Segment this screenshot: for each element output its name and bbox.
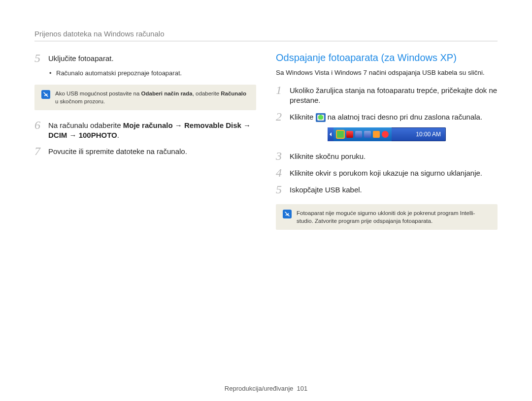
tray-volume-icon: [373, 131, 380, 138]
tray-safely-remove-icon: [336, 130, 344, 138]
step-text: Kliknite na alatnoj traci desno pri dnu …: [290, 111, 482, 122]
note-text: Ako USB mogućnost postavite na Odaberi n…: [55, 90, 249, 105]
step-number: 2: [276, 111, 285, 123]
tray-monitor-icon: [355, 131, 362, 138]
note-box-1: Ako USB mogućnost postavite na Odaberi n…: [34, 85, 256, 110]
step-7: 7 Povucite ili spremite datoteke na raču…: [34, 145, 256, 157]
note-icon: [283, 210, 292, 218]
step-1: 1 Ukoliko žaruljica stanja na fotoaparat…: [276, 84, 498, 106]
note-box-2: Fotoaparat nije moguće sigurno ukloniti …: [276, 204, 498, 230]
step-4: 4 Kliknite okvir s porukom koji ukazuje …: [276, 167, 498, 179]
section-intro: Sa Windows Vista i Windows 7 načini odsp…: [276, 68, 498, 77]
step-text: Uključite fotoaparat.: [48, 52, 114, 63]
content-columns: 5 Uključite fotoaparat. •Računalo automa…: [34, 52, 498, 239]
step-text: Kliknite okvir s porukom koji ukazuje na…: [290, 167, 482, 178]
tray-icons-group: [333, 127, 392, 141]
step-5-sub: •Računalo automatski prepoznaje fotoapar…: [49, 69, 256, 78]
footer-label: Reprodukcija/uređivanje: [225, 385, 293, 392]
safely-remove-icon: [316, 113, 326, 122]
step-5: 5 Uključite fotoaparat.: [34, 52, 256, 64]
step-number: 5: [276, 184, 285, 195]
step-number: 4: [276, 167, 285, 179]
step-3: 3 Kliknite skočnu poruku.: [276, 150, 498, 162]
tray-monitor-icon: [364, 131, 371, 138]
windows-system-tray: 10:00 AM: [328, 127, 446, 141]
step-text: Ukoliko žaruljica stanja na fotoaparatu …: [290, 84, 498, 106]
step-5b: 5 Iskopčajte USB kabel.: [276, 184, 498, 195]
right-column: Odspajanje fotoaparata (za Windows XP) S…: [276, 52, 498, 239]
page-header: Prijenos datoteka na Windows računalo: [34, 30, 498, 41]
step-text: Kliknite skočnu poruku.: [290, 150, 366, 161]
step-number: 6: [34, 119, 43, 131]
step-number: 7: [34, 145, 43, 157]
note-text: Fotoaparat nije moguće sigurno ukloniti …: [297, 209, 491, 225]
step-text: Iskopčajte USB kabel.: [290, 184, 362, 195]
step-text: Povucite ili spremite datoteke na računa…: [48, 145, 187, 156]
tray-clock: 10:00 AM: [411, 131, 446, 138]
note-icon: [41, 90, 50, 99]
section-title: Odspajanje fotoaparata (za Windows XP): [276, 52, 498, 63]
step-number: 3: [276, 150, 285, 162]
tray-shield-icon: [346, 131, 353, 138]
tray-expand-icon: [328, 127, 333, 141]
footer-page-number: 101: [297, 385, 308, 392]
manual-page: Prijenos datoteka na Windows računalo 5 …: [0, 0, 532, 401]
step-2: 2 Kliknite na alatnoj traci desno pri dn…: [276, 111, 498, 123]
step-number: 5: [34, 52, 43, 64]
tray-status-icon: [382, 131, 389, 138]
step-text: Na računalu odaberite Moje računalo → Re…: [48, 119, 256, 141]
step-number: 1: [276, 84, 285, 96]
page-footer: Reprodukcija/uređivanje 101: [0, 385, 532, 392]
step-6: 6 Na računalu odaberite Moje računalo → …: [34, 119, 256, 141]
left-column: 5 Uključite fotoaparat. •Računalo automa…: [34, 52, 256, 239]
